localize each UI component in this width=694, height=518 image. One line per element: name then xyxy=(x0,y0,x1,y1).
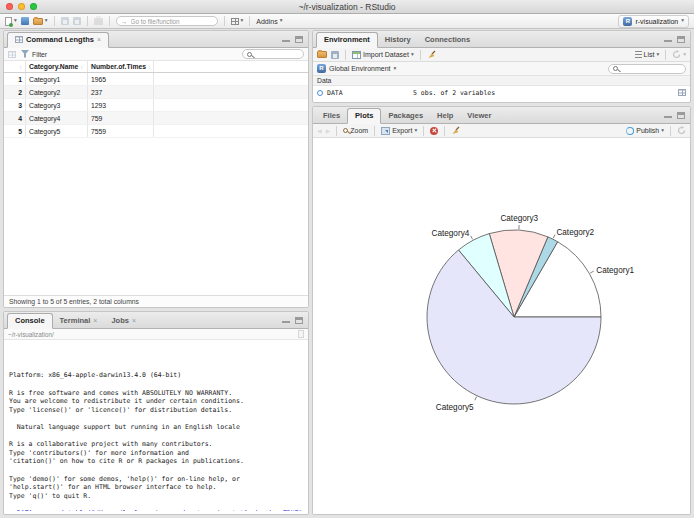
minimize-panel-button[interactable] xyxy=(282,317,290,324)
environment-search-input[interactable] xyxy=(621,65,681,72)
import-dataset-button[interactable]: Import Dataset ▾ xyxy=(352,51,414,59)
data-frame-icon xyxy=(15,36,23,43)
minimize-panel-button[interactable] xyxy=(664,36,672,43)
print-icon xyxy=(94,18,103,25)
minimize-panel-button[interactable] xyxy=(282,36,290,43)
console-line xyxy=(9,432,303,441)
tab-jobs[interactable]: Jobs× xyxy=(104,314,143,328)
toolbar-separator xyxy=(345,50,346,60)
tab-plots[interactable]: Plots xyxy=(347,108,381,124)
forward-arrow-icon: ▶ xyxy=(326,128,331,134)
toolbar-separator xyxy=(224,16,225,26)
pie-label-tick xyxy=(475,397,477,401)
column-header-category-name[interactable]: Category.Name↕ xyxy=(26,61,88,72)
new-project-button[interactable] xyxy=(21,17,29,25)
data-viewer-search[interactable] xyxy=(242,49,304,59)
refresh-view-button[interactable] xyxy=(8,51,16,58)
refresh-plots-button[interactable] xyxy=(677,126,686,135)
row-number: 1 xyxy=(4,73,26,85)
maximize-panel-button[interactable] xyxy=(677,36,685,43)
open-file-button[interactable]: ▾ xyxy=(33,18,48,25)
console-panel: Console Terminal× Jobs× ~/r-visualizatio… xyxy=(3,311,309,515)
list-icon xyxy=(635,51,642,58)
next-plot-button[interactable]: ▶ xyxy=(326,128,331,134)
console-line: R is a collaborative project with many c… xyxy=(9,440,303,449)
tab-connections[interactable]: Connections xyxy=(418,33,477,47)
print-button[interactable] xyxy=(94,18,103,25)
working-directory[interactable]: ~/r-visualization/ xyxy=(8,331,54,338)
data-viewer-search-input[interactable] xyxy=(255,51,299,58)
close-icon[interactable]: × xyxy=(97,36,101,43)
previous-plot-button[interactable]: ◀ xyxy=(317,128,322,134)
maximize-panel-button[interactable] xyxy=(295,36,303,43)
publish-label: Publish xyxy=(636,127,659,134)
workspace-panes-button[interactable]: ▾ xyxy=(231,18,244,25)
row-number: 5 xyxy=(4,125,26,137)
tab-history[interactable]: History xyxy=(378,33,418,47)
addins-button[interactable]: Addins▾ xyxy=(256,18,282,25)
tab-console[interactable]: Console xyxy=(7,313,53,329)
toolbar-separator xyxy=(87,16,88,26)
environment-search[interactable] xyxy=(608,64,686,74)
view-data-icon[interactable] xyxy=(678,89,686,96)
window-close-button[interactable] xyxy=(6,3,13,10)
save-all-icon xyxy=(73,17,81,25)
goto-file-search[interactable]: → xyxy=(116,16,218,26)
close-icon[interactable]: × xyxy=(93,317,97,324)
export-plot-button[interactable]: Export▾ xyxy=(381,127,417,135)
pie-label: Category1 xyxy=(596,266,634,275)
maximize-panel-button[interactable] xyxy=(677,112,685,119)
main-toolbar: ▾ ▾ → ▾ Addins▾ R r-visualization ▾ xyxy=(0,14,694,29)
minimize-panel-button[interactable] xyxy=(664,112,672,119)
zoom-plot-button[interactable]: Zoom xyxy=(343,127,368,134)
remove-plot-button[interactable] xyxy=(430,127,438,135)
tab-help[interactable]: Help xyxy=(430,109,460,123)
refresh-environment-button[interactable]: ▾ xyxy=(672,50,686,59)
panel-window-buttons xyxy=(664,112,685,119)
save-button[interactable] xyxy=(61,17,69,25)
clear-workspace-button[interactable] xyxy=(427,50,436,59)
window-minimize-button[interactable] xyxy=(18,3,25,10)
console-tabbar: Console Terminal× Jobs× xyxy=(4,312,308,329)
cell-category-name: Category4 xyxy=(26,112,88,124)
environment-object-row[interactable]: DATA 5 obs. of 2 variables xyxy=(313,86,690,99)
environment-section-header: Data xyxy=(313,76,690,86)
save-workspace-button[interactable] xyxy=(331,51,339,59)
maximize-panel-button[interactable] xyxy=(295,317,303,324)
toolbar-separator xyxy=(420,50,421,60)
row-number-header[interactable]: ↕ xyxy=(4,61,26,72)
pie-label: Category4 xyxy=(432,229,470,238)
chevron-down-icon: ▾ xyxy=(14,18,17,24)
close-icon[interactable]: × xyxy=(132,317,136,324)
load-workspace-button[interactable] xyxy=(317,51,327,58)
table-row: 3Category31293 xyxy=(4,99,308,112)
environment-toolbar: Import Dataset ▾ List▾ ▾ xyxy=(313,48,690,62)
data-viewer-panel: Command Lengths × Filter ↕ Category.Name xyxy=(3,30,309,308)
import-dataset-icon xyxy=(352,51,361,59)
tab-packages[interactable]: Packages xyxy=(381,109,430,123)
save-all-button[interactable] xyxy=(73,17,81,25)
console-output[interactable]: Platform: x86_64-apple-darwin13.4.0 (64-… xyxy=(4,341,308,511)
toolbar-separator xyxy=(54,16,55,26)
tab-terminal[interactable]: Terminal× xyxy=(53,314,105,328)
filter-button[interactable]: Filter xyxy=(21,50,47,58)
project-menu-button[interactable]: R r-visualization ▾ xyxy=(618,15,689,28)
refresh-icon xyxy=(672,50,681,59)
scope-selector[interactable]: Global Environment xyxy=(329,65,390,72)
list-view-button[interactable]: List▾ xyxy=(635,51,660,58)
tab-command-lengths[interactable]: Command Lengths × xyxy=(7,32,109,48)
table-row: 5Category57559 xyxy=(4,125,308,138)
search-icon xyxy=(247,52,252,57)
pie-label: Category3 xyxy=(500,214,538,223)
new-file-button[interactable]: ▾ xyxy=(5,17,17,26)
column-header-number-of-times[interactable]: Number.of.Times↕ xyxy=(88,61,154,72)
publish-button[interactable]: Publish▾ xyxy=(626,127,664,135)
tab-viewer[interactable]: Viewer xyxy=(460,109,498,123)
window-zoom-button[interactable] xyxy=(30,3,37,10)
tab-files[interactable]: Files xyxy=(316,109,347,123)
tab-label: Connections xyxy=(425,35,470,44)
tab-environment[interactable]: Environment xyxy=(316,32,378,48)
zoom-icon xyxy=(343,128,348,133)
goto-file-input[interactable] xyxy=(131,18,213,25)
clear-all-plots-button[interactable] xyxy=(451,126,460,135)
